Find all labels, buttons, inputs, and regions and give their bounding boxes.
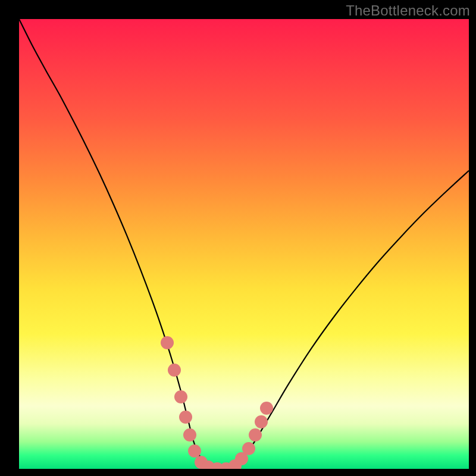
data-marker <box>242 442 255 455</box>
data-marker <box>183 428 196 441</box>
chart-stage: TheBottleneck.com <box>0 0 476 476</box>
data-marker <box>174 390 187 403</box>
data-marker <box>260 402 273 415</box>
data-marker <box>161 336 174 349</box>
data-marker <box>255 415 268 428</box>
data-marker <box>249 428 262 441</box>
watermark-text: TheBottleneck.com <box>346 2 470 19</box>
marker-layer <box>19 19 469 469</box>
plot-area <box>19 19 469 469</box>
data-marker <box>168 364 181 377</box>
data-marker <box>179 411 192 424</box>
